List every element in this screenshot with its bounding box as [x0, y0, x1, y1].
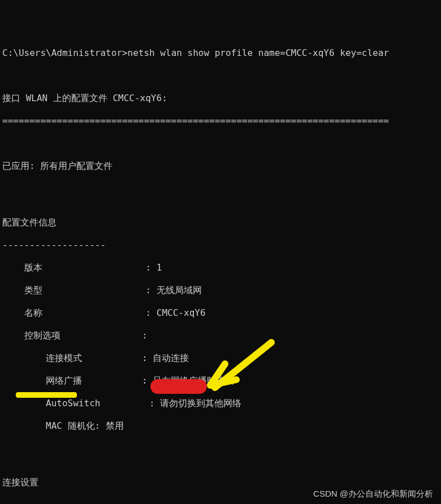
- annotation-arrow-icon: [204, 337, 277, 399]
- annotation-redaction: [150, 379, 207, 394]
- watermark: CSDN @办公自动化和新闻分析: [313, 489, 433, 499]
- prompt-path: C:\Users\Administrator>: [2, 47, 128, 58]
- divider-equals: ========================================…: [2, 115, 441, 127]
- kv-row: 网络广播 : 只在网络广播时连接: [2, 375, 441, 386]
- annotation-underline: [16, 392, 77, 398]
- blank: [2, 138, 441, 149]
- kv-row: 类型 : 无线局域网: [2, 285, 441, 296]
- section-header-connection: 连接设置: [2, 477, 441, 488]
- divider-dash: ---------------------: [2, 499, 441, 504]
- blank: [2, 70, 441, 81]
- typed-command: netsh wlan show profile name=CMCC-xqY6 k…: [128, 47, 389, 58]
- divider-dash: -------------------: [2, 240, 441, 251]
- section-header-profile-info: 配置文件信息: [2, 217, 441, 228]
- kv-row: 连接模式 : 自动连接: [2, 353, 441, 364]
- command-line: C:\Users\Administrator>netsh wlan show p…: [2, 47, 441, 59]
- interface-header: 接口 WLAN 上的配置文件 CMCC-xqY6:: [2, 93, 441, 104]
- blank: [2, 183, 441, 194]
- kv-row: 名称 : CMCC-xqY6: [2, 307, 441, 319]
- applied-line: 已应用: 所有用户配置文件: [2, 160, 441, 172]
- kv-row: 控制选项 :: [2, 330, 441, 341]
- kv-row: AutoSwitch : 请勿切换到其他网络: [2, 398, 441, 409]
- kv-row: 版本 : 1: [2, 262, 441, 273]
- blank: [2, 443, 441, 454]
- kv-row: MAC 随机化: 禁用: [2, 420, 441, 432]
